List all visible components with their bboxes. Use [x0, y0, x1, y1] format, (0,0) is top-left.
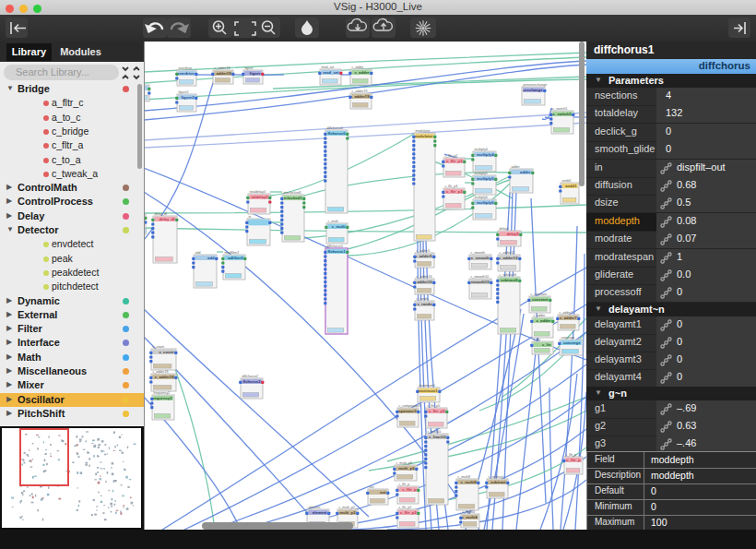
svg-text:multiply6: multiply6 [477, 200, 494, 205]
svg-text:delay_df: delay_df [159, 217, 176, 221]
svg-text:c_adder18: c_adder18 [153, 370, 169, 374]
svg-text:_multi_p6: _multi_p6 [396, 466, 415, 471]
svg-text:converge: converge [563, 340, 581, 345]
svg-text:c_smooth10: c_smooth10 [471, 275, 490, 279]
svg-text:multiply5: multiply5 [475, 172, 488, 175]
svg-text:urechange: urechange [523, 88, 543, 92]
svg-text:frequency2: frequency2 [154, 391, 171, 395]
svg-text:figure: figure [245, 66, 254, 70]
svg-text:c_adder: c_adder [352, 66, 365, 69]
svg-text:overdrive: overdrive [179, 66, 193, 70]
svg-text:c_multi4: c_multi4 [463, 510, 475, 514]
svg-text:c_adder18: c_adder18 [155, 375, 174, 379]
svg-text:subtract6: subtract6 [501, 278, 519, 282]
svg-text:andd1: andd1 [562, 179, 572, 183]
svg-text:diffchorus0: diffchorus0 [327, 126, 344, 130]
svg-text:c_adder12: c_adder12 [500, 251, 515, 255]
svg-text:c_fltr_p: c_fltr_p [402, 487, 417, 492]
svg-text:erlocked1: erlocked1 [284, 196, 302, 200]
svg-text:multiply4: multiply4 [477, 152, 494, 157]
svg-text:c_fltr_p2: c_fltr_p2 [445, 154, 458, 158]
svg-text:ffchorus2: ffchorus2 [242, 379, 261, 384]
svg-text:multiply6: multiply6 [475, 196, 488, 199]
svg-text:element: element [313, 510, 327, 515]
svg-text:c_adder18: c_adder18 [212, 71, 231, 76]
svg-text:c_switch5: c_switch5 [552, 112, 572, 116]
svg-text:c_fltr_p3: c_fltr_p3 [445, 185, 458, 188]
svg-text:c_multi8: c_multi8 [458, 475, 470, 479]
svg-text:maximum1: maximum1 [418, 388, 439, 393]
svg-text:c_lin: c_lin [534, 338, 540, 341]
svg-text:c_fltr_p5: c_fltr_p5 [428, 404, 441, 408]
svg-text:adder: adder [512, 165, 521, 169]
svg-text:c_adder12: c_adder12 [499, 256, 518, 260]
svg-text:out: out [380, 490, 386, 495]
svg-text:c_adder19: c_adder19 [350, 94, 370, 99]
svg-text:c_multi_p2: c_multi_p2 [339, 506, 355, 509]
svg-text:delay5: delay5 [500, 227, 510, 231]
svg-text:c_count: c_count [159, 350, 174, 354]
svg-text:c_multi8: c_multi8 [461, 480, 478, 484]
svg-text:ffchorus1: ffchorus1 [327, 249, 346, 254]
svg-text:c_fltr_p: c_fltr_p [566, 453, 577, 457]
svg-text:c_count: c_count [153, 345, 165, 349]
svg-text:c_subtract: c_subtract [489, 475, 504, 479]
svg-text:in: in [249, 215, 252, 219]
svg-text:c_fltr_p3: c_fltr_p3 [446, 189, 463, 194]
svg-text:c_fract10: c_fract10 [429, 435, 446, 439]
svg-text:c_fltr_p: c_fltr_p [399, 483, 410, 486]
svg-text:delay5: delay5 [506, 232, 519, 236]
svg-text:_multi_p2: _multi_p2 [337, 510, 356, 515]
svg-text:c_randa: c_randa [417, 297, 429, 301]
svg-text:c_adder7: c_adder7 [560, 316, 577, 320]
svg-text:pressurechange: pressurechange [524, 83, 548, 87]
svg-text:c_multi: c_multi [332, 224, 346, 229]
svg-text:c_adder5: c_adder5 [417, 249, 431, 253]
svg-text:c_adder5: c_adder5 [415, 254, 432, 258]
svg-text:adder: adder [520, 170, 531, 174]
svg-text:multiply4: multiply4 [475, 148, 488, 151]
svg-text:figure: figure [250, 71, 261, 76]
svg-text:add: add [195, 251, 201, 255]
svg-text:c_fltr_p: c_fltr_p [566, 458, 581, 462]
svg-text:odfilter2: odfilter2 [228, 256, 243, 260]
svg-text:c_adder7: c_adder7 [560, 311, 573, 315]
svg-text:c_fract10: c_fract10 [428, 430, 442, 434]
svg-text:overdrive: overdrive [177, 71, 195, 76]
svg-text:c_comparator3: c_comparator3 [399, 404, 421, 408]
svg-text:_smooth10: _smooth10 [467, 280, 490, 284]
svg-text:c_multi: c_multi [328, 220, 339, 223]
svg-text:figure2: figure2 [179, 90, 189, 94]
svg-text:c_smooth: c_smooth [471, 256, 490, 260]
svg-text:c_multi4: c_multi4 [462, 515, 478, 519]
svg-text:c_multi_p6: c_multi_p6 [396, 461, 412, 465]
svg-text:c_smooth: c_smooth [471, 251, 486, 255]
svg-text:modulator: modulator [416, 129, 431, 133]
svg-text:ffchorus0: ffchorus0 [327, 131, 346, 136]
svg-text:converge: converge [561, 336, 575, 340]
svg-text:c_fltr_p2: c_fltr_p2 [446, 159, 463, 163]
svg-text:figure2: figure2 [182, 95, 195, 100]
svg-text:diffchorus1: diffchorus1 [327, 245, 344, 248]
svg-text:totaldelay0: totaldelay0 [250, 190, 266, 194]
svg-text:add: add [207, 256, 215, 260]
svg-text:c_constant: c_constant [531, 292, 547, 296]
svg-text:c_lin: c_lin [542, 342, 551, 347]
svg-text:interlocked1: interlocked1 [284, 191, 301, 195]
svg-text:c_fltr_p2: c_fltr_p2 [400, 510, 417, 515]
svg-text:andd1: andd1 [565, 184, 577, 188]
svg-text:modulator: modulator [414, 134, 433, 138]
svg-text:modfilter2: modfilter2 [225, 251, 240, 255]
svg-text:mparator3: mparator3 [397, 409, 417, 413]
svg-text:out: out [370, 485, 374, 489]
svg-text:c_adder: c_adder [534, 314, 547, 317]
svg-text:_subtract: _subtract [488, 480, 506, 484]
svg-text:c_randa: c_randa [417, 302, 432, 306]
svg-text:_constant: _constant [529, 297, 549, 302]
svg-text:taldelay0: taldelay0 [252, 195, 269, 199]
svg-text:multiply5: multiply5 [477, 176, 494, 181]
svg-text:diffchorus2: diffchorus2 [242, 375, 259, 378]
svg-text:mod_set: mod_set [323, 70, 339, 75]
svg-text:c_adder: c_adder [354, 70, 369, 75]
svg-text:mod_set: mod_set [322, 66, 335, 69]
